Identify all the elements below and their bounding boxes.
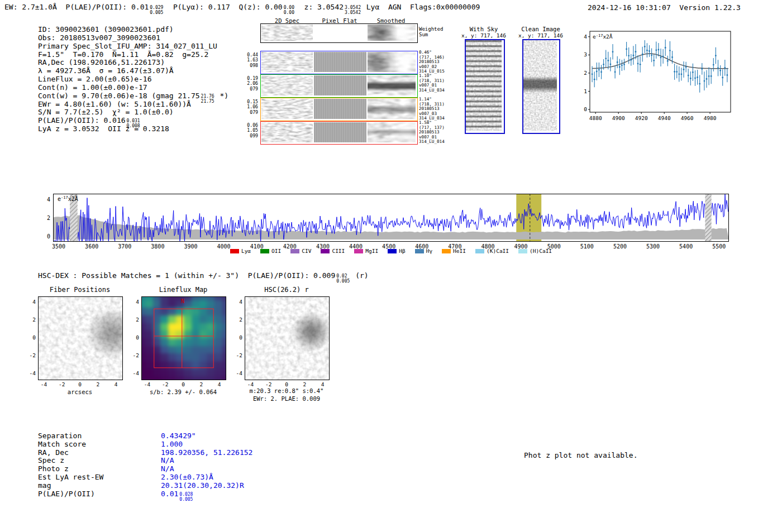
smoothed-stamp [368, 99, 416, 119]
cutout-x-tick-label: 4 [316, 381, 330, 387]
noise-svg [261, 99, 313, 119]
spectrum-x-tick-label: 4400 [345, 243, 367, 250]
svg-text:4920: 4920 [635, 115, 648, 121]
text-segment: Primary Spec_Slot_IFU_AMP: 314_027_011_L… [38, 42, 217, 50]
cutout-y-tick-label: 4 [130, 299, 139, 305]
cutout-y-tick-label: 0 [233, 334, 242, 341]
spec2d-row-left-label: 0.19 2.06 079 [242, 76, 258, 92]
cutout-y-tick-label: 2 [27, 317, 36, 323]
spectrum-x-tick-label: 4600 [411, 243, 433, 250]
spectrum-x-tick-label: 5100 [576, 243, 598, 250]
cutout-y-tick-label: -2 [233, 352, 242, 358]
stacked-fraction: 21.7621.75 [201, 94, 214, 104]
stacked-fraction: 0.0280.005 [179, 492, 193, 502]
match-value-text: 1.000 [161, 440, 183, 448]
stamp-overlay [523, 40, 557, 131]
match-value-text: 0.43429" [161, 432, 196, 440]
spec2d-stamp [261, 75, 313, 95]
spec2d-stamp [261, 122, 313, 142]
spectrum-x-tick-label: 3600 [80, 243, 103, 250]
cutout-x-tick-label: -2 [159, 381, 172, 387]
spec2d-row-right-label: 1.58" (717, 137) 20180513 v007_01 314_LU… [419, 121, 452, 145]
match-value-text: 198.920356, 51.226152 [161, 448, 252, 457]
text-segment: Lyα AGN Flags:0x00000009 [362, 3, 480, 11]
text-segment: Obs: 20180513v007_3090023601 [38, 33, 160, 42]
hsc-match-header: HSC-DEX : Possible Matches = 1 (within +… [38, 271, 369, 284]
text-segment: Cont(n) = 1.00(±0.00)e-17 [38, 83, 147, 92]
unit-suffix: x2Å [68, 196, 78, 202]
stamp-overlay [245, 297, 329, 380]
match-row-label: Separation [38, 432, 82, 440]
weighted-sum-label: Weighted Sum [419, 26, 443, 37]
date-version-label: 2024-12-16 10:31:07 Version 1.22.3 [588, 3, 741, 12]
smoothed-stamp [368, 122, 416, 142]
cutout-y-tick-label: 2 [233, 317, 242, 323]
smoothed-stamp [368, 52, 416, 72]
info-line: ID: 3090023601 (3090023601.pdf) [38, 25, 228, 33]
match-row-value: N/A [161, 456, 174, 464]
cutout-y-tick-label: 0 [130, 334, 139, 341]
match-row-label: Photo z [38, 464, 69, 473]
spec2d-stamp [261, 99, 313, 119]
spectrum-x-tick-label: 5400 [675, 243, 697, 250]
match-row-value: 1.000 [161, 440, 183, 448]
pixelflat-stamp [314, 122, 366, 142]
match-row-label: P(LAE)/P(OII) [38, 490, 95, 498]
match-row-value: N/A [161, 464, 174, 473]
match-row-label: mag [38, 481, 51, 490]
svg-text:1: 1 [584, 88, 587, 94]
hsc-xlabel2: EWr: 2. PLAE: 0.009 [239, 395, 334, 402]
stamp-overlay [368, 75, 416, 95]
spectrum-x-tick-label: 3500 [47, 243, 70, 250]
spec2d-row-left-label: 0.06 1.05 099 [242, 123, 258, 138]
match-row-value: 20.31(20.30,20.32)R [161, 481, 244, 490]
full-spectrum-plot [53, 194, 729, 242]
spectrum-x-tick-label: 3700 [113, 243, 136, 250]
match-row-value: 0.010.0280.005 [161, 490, 194, 502]
spectrum-x-tick-label: 4900 [510, 243, 532, 250]
noise-svg [261, 122, 313, 142]
cutout-x-tick-label: -4 [37, 381, 50, 387]
spectrum-y-tick-label: 0 [41, 233, 50, 239]
svg-text:4900: 4900 [612, 115, 625, 121]
cutout-y-tick-label: 4 [233, 299, 242, 305]
spectrum-x-tick-label: 4800 [476, 243, 499, 250]
match-row-label: Match score [38, 440, 86, 448]
spec2d-row-right-label: 1.10" (718, 311) v007_01 314_LU_034 [419, 74, 452, 93]
spectrum-x-tick-label: 3800 [146, 243, 169, 250]
north-label: N [181, 298, 184, 304]
svg-text:4960: 4960 [681, 115, 694, 121]
lineflux-map-cutout: N [141, 296, 226, 380]
spectrum-x-tick-label: 4700 [444, 243, 466, 250]
lineflux-overlay-svg [142, 297, 226, 380]
info-line: F=1.5" T=0.170 N̄=1.11 Ā=0.82 g=25.2 [38, 50, 228, 59]
hsc-xlabel: m:20.3 re:0.8" s:0.4" [239, 387, 334, 394]
spectrum-svg [53, 194, 729, 242]
spec2d-row-right-label: 1.14" (718, 311) 20180513 v007_03 314_LU… [419, 97, 452, 121]
cutout-y-tick-label: 4 [27, 299, 36, 305]
info-line: S/N = 7.7(±2.5) χ² = 1.0(±0.0) [38, 108, 228, 116]
legend-label: CIV [302, 248, 311, 254]
cutout-y-tick-label: -4 [130, 370, 139, 376]
stamp-overlay [39, 297, 122, 380]
stamp-overlay [368, 122, 416, 142]
text-segment: RA,Dec (198.920166,51.226173) [38, 58, 165, 66]
hsc-bg-noise [245, 297, 329, 380]
spec2d-row-left-label: 0.44 1.63 098 [242, 52, 258, 68]
pixelflat-stamp [314, 52, 366, 72]
cutout-y-tick-label: -4 [27, 370, 36, 376]
info-line: EWr = 4.80(±1.60) (w: 5.10(±1.60))Å [38, 100, 228, 108]
fiber-xlabel: arcsecs [38, 389, 122, 395]
text-segment: Cont(w) = 9.70(±0.06)e-18 (gmag 21.75 [38, 92, 200, 100]
weighted-2dspec-stamp [261, 25, 313, 41]
svg-text:0: 0 [584, 106, 587, 112]
stamp-overlay [368, 25, 416, 41]
lineflux-overlay [142, 297, 226, 380]
cutout-x-tick-label: -4 [244, 381, 257, 387]
match-value-text: 0.01 [161, 490, 178, 498]
info-line: P(LAE)/P(OII): 0.0160.0310.008 [38, 116, 228, 124]
elixer-report-page: EW: 2.7±1.0Å P(LAE)/P(OII): 0.010.0290.0… [0, 0, 782, 532]
spectrum-unit-label: e-17x2Å [58, 195, 78, 202]
clean-noise [523, 40, 557, 131]
legend-label: MgII [365, 248, 378, 254]
